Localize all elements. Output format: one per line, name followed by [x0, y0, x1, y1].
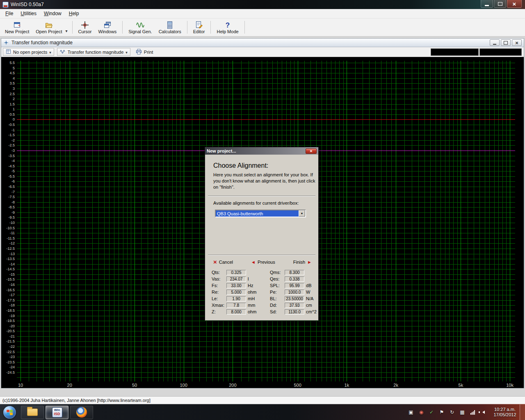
tray-security-icon[interactable]: ✓: [428, 409, 435, 415]
combo-dropdown-button[interactable]: [299, 210, 305, 217]
tray-media-icon[interactable]: ◉: [418, 409, 425, 415]
x-tick-label: 500: [288, 383, 308, 388]
driver-parameters: Qts:0.325Vas:234.07lFs:33.00HzRe:5.000oh…: [212, 269, 317, 315]
param-value-field[interactable]: 1130.0: [285, 309, 304, 315]
param-value-field[interactable]: 33.00: [226, 283, 246, 288]
dialog-button-row: Cancel Previous Finish: [213, 259, 312, 265]
param-unit: mm: [248, 303, 255, 308]
finish-button[interactable]: Finish: [293, 260, 312, 265]
param-value-field[interactable]: 8.300: [285, 270, 304, 275]
menu-utilities[interactable]: Utilities: [17, 9, 40, 18]
param-label: Re:: [212, 290, 226, 294]
maximize-button[interactable]: [494, 0, 506, 8]
param-value-field[interactable]: 8.000: [226, 309, 246, 315]
toolbar-calculators-button[interactable]: Calculators: [155, 19, 185, 35]
child-minimize-button[interactable]: [490, 39, 500, 46]
separator: [208, 196, 315, 196]
windows-icon: [103, 21, 112, 29]
toolbar-help-mode-button[interactable]: ?Help Mode: [213, 19, 242, 35]
tray-graphics-icon[interactable]: ▦: [459, 409, 466, 415]
y-tick-label: -19.5: [1, 319, 15, 323]
new-project-icon: [13, 21, 22, 29]
grid-line-v: [55, 61, 55, 381]
window-titlebar[interactable]: WinISD 0.50a7: [0, 0, 525, 9]
param-value-field[interactable]: 0.338: [285, 276, 304, 282]
param-value-field[interactable]: 37.93: [285, 303, 304, 308]
previous-button[interactable]: Previous: [251, 260, 275, 265]
taskbar-clock[interactable]: 10:27 a.m. 17/05/2012: [490, 407, 520, 418]
project-selector[interactable]: No open projects: [3, 48, 54, 56]
toolbar-new-project-button[interactable]: New Project: [2, 19, 32, 35]
child-close-button[interactable]: [512, 39, 522, 46]
grid-line-v: [494, 61, 495, 381]
start-button[interactable]: [3, 406, 16, 419]
param-unit: mH: [248, 296, 255, 301]
menu-window[interactable]: Window: [40, 9, 65, 18]
param-label: Dd:: [270, 303, 285, 308]
param-value-field[interactable]: 7.8: [226, 303, 246, 308]
tray-update-icon[interactable]: ↻: [449, 409, 455, 415]
param-row-dd: Dd:37.93cm: [270, 302, 317, 308]
child-maximize-button[interactable]: [501, 39, 511, 46]
param-unit: Hz: [248, 283, 253, 288]
y-tick-label: -11.5: [1, 236, 15, 240]
grid-line-v: [347, 61, 347, 381]
toolbar-open-project-button[interactable]: Open Project: [32, 19, 65, 35]
grid-line-v: [489, 61, 490, 381]
view-selector[interactable]: Transfer function magnitude: [57, 48, 130, 56]
y-tick-label: -12.5: [1, 247, 15, 251]
grid-line-v: [326, 61, 327, 381]
param-label: Qms:: [270, 270, 285, 275]
transfer-function-icon: [3, 40, 9, 46]
grid-line-v: [468, 61, 468, 381]
grid-line-v: [436, 61, 436, 381]
param-value-field[interactable]: 1.90: [226, 296, 246, 301]
toolbar-editor-button[interactable]: Editor: [190, 19, 208, 35]
param-row-xmax: Xmax:7.8mm: [212, 302, 265, 308]
grid-line-v: [510, 61, 510, 381]
grid-line-v: [339, 61, 340, 381]
menu-file[interactable]: File: [2, 9, 17, 18]
show-desktop-button[interactable]: [520, 404, 525, 420]
param-value-field[interactable]: 234.07: [226, 276, 246, 282]
close-button[interactable]: [507, 0, 522, 8]
tray-display-icon[interactable]: ▣: [408, 409, 414, 415]
param-unit: N/A: [306, 296, 313, 301]
param-label: Xmax:: [212, 303, 226, 308]
param-value-field[interactable]: 0.325: [226, 270, 246, 275]
y-tick-label: -11: [1, 231, 15, 235]
grid-line-v: [85, 61, 86, 381]
print-button[interactable]: Print: [133, 48, 156, 56]
grid-line-v: [104, 61, 105, 381]
dialog-close-button[interactable]: [306, 148, 317, 154]
taskbar-button-winisd[interactable]: WinISD: [46, 406, 68, 419]
toolbar-windows-button[interactable]: Windows: [95, 19, 120, 35]
grid-line-v: [441, 61, 441, 381]
y-tick-label: -12: [1, 241, 15, 245]
tray-volume-icon[interactable]: [479, 409, 486, 415]
param-unit: cm^2: [306, 309, 317, 314]
taskbar-button-firefox[interactable]: [70, 406, 93, 419]
child-window-titlebar[interactable]: Transfer function magnitude: [1, 39, 524, 47]
param-value-field[interactable]: 23.50000: [285, 296, 304, 301]
param-label: SPL:: [270, 283, 285, 288]
param-value-field[interactable]: 5.000: [226, 290, 246, 295]
tray-flag-icon[interactable]: ⚑: [438, 409, 445, 415]
child-window-title: Transfer function magnitude: [11, 40, 73, 46]
param-row-pe: Pe:1000.0W: [270, 289, 317, 295]
cancel-button[interactable]: Cancel: [213, 259, 233, 265]
toolbar-signal-gen-button[interactable]: Signal Gen.: [125, 19, 155, 35]
dialog-titlebar[interactable]: New project...: [205, 147, 318, 155]
param-value-field[interactable]: 95.99: [285, 283, 304, 288]
open-project-dropdown-arrow[interactable]: [66, 19, 70, 35]
taskbar-button-explorer[interactable]: [21, 406, 44, 419]
param-value-field[interactable]: 1000.0: [285, 290, 304, 295]
menu-help[interactable]: Help: [65, 9, 83, 18]
alignment-combobox[interactable]: QB3 Quasi-butterworth: [215, 210, 306, 217]
tray-network-icon[interactable]: [469, 409, 476, 415]
toolbar-cursor-button[interactable]: Cursor: [75, 19, 95, 35]
minimize-button[interactable]: [481, 0, 493, 8]
grid-line-v: [474, 61, 474, 381]
toolbar-separator: [244, 21, 245, 34]
grid-line-v: [363, 61, 363, 381]
